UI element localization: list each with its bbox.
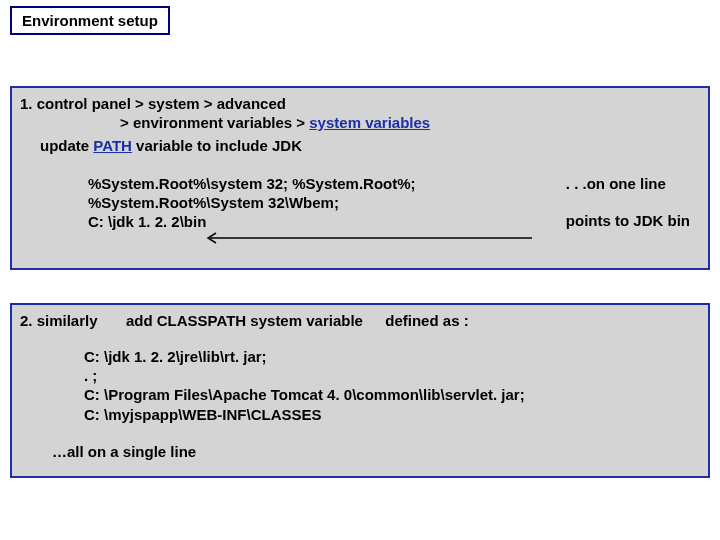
arrow-icon [202,231,392,245]
step2-box: 2. similarly add CLASSPATH system variab… [10,303,710,478]
page-title: Environment setup [22,12,158,29]
step1-nav2-pre: > environment variables > [120,114,309,131]
classpath-value-block: C: \jdk 1. 2. 2\jre\lib\rt. jar; . ; C: … [84,347,525,424]
step1-prefix: 1. [20,95,37,112]
step1-line1: 1. control panel > system > advanced [20,94,700,113]
path-value-block: %System.Root%\system 32; %System.Root%; … [88,174,416,232]
update-pre: update [40,137,93,154]
step1-update-line: update PATH variable to include JDK [20,136,700,155]
note-jdk-bin: points to JDK bin [566,211,690,230]
update-post: variable to include JDK [132,137,302,154]
path-notes: . . .on one line points to JDK bin [566,174,690,230]
step1-nav1: control panel > system > advanced [37,95,286,112]
all-one-line-note: …all on a single line [52,443,196,460]
classpath-line-2: . ; [84,366,525,385]
add-classpath-text: add CLASSPATH system variable [126,312,363,329]
step2-header-line: 2. similarly add CLASSPATH system variab… [20,311,700,330]
note-one-line: . . .on one line [566,174,690,193]
path-link: PATH [93,137,132,154]
path-line-2: %System.Root%\System 32\Wbem; [88,193,416,212]
step2-prefix: 2. similarly [20,312,98,329]
defined-as-text: defined as : [385,312,468,329]
classpath-line-1: C: \jdk 1. 2. 2\jre\lib\rt. jar; [84,347,525,366]
classpath-line-3: C: \Program Files\Apache Tomcat 4. 0\com… [84,385,525,404]
system-variables-link: system variables [309,114,430,131]
step1-box: 1. control panel > system > advanced > e… [10,86,710,270]
path-line-1: %System.Root%\system 32; %System.Root%; [88,174,416,193]
step1-line2: > environment variables > system variabl… [20,113,700,132]
title-box: Environment setup [10,6,170,35]
classpath-line-4: C: \myjspapp\WEB-INF\CLASSES [84,405,525,424]
path-line-3: C: \jdk 1. 2. 2\bin [88,212,416,231]
